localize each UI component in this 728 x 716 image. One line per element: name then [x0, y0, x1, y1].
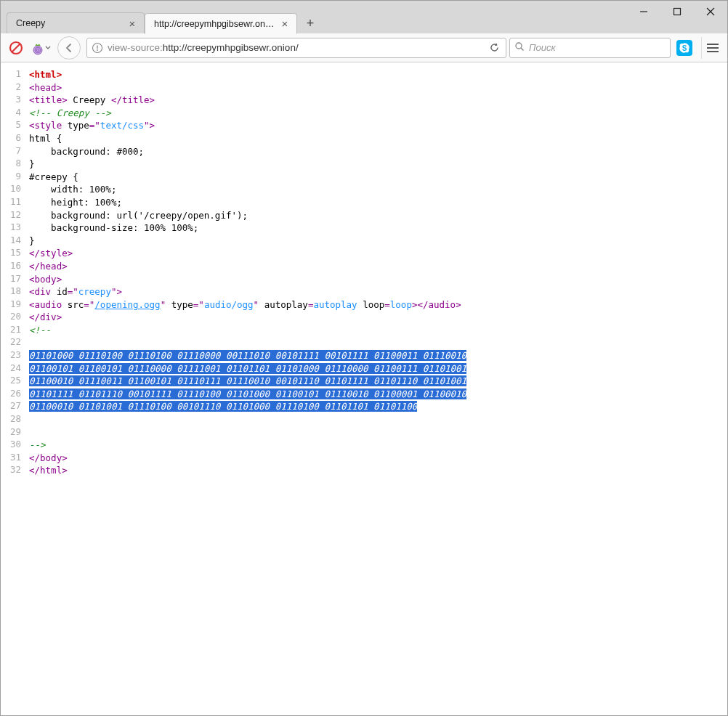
source-line: 21<!--: [4, 324, 467, 337]
line-code[interactable]: background: #000;: [28, 145, 467, 158]
source-line: 12 background: url('/creepy/open.gif');: [4, 209, 467, 222]
line-number: 7: [4, 145, 28, 158]
line-code[interactable]: 01101111 01101110 00101111 01110100 0110…: [28, 388, 467, 401]
line-code[interactable]: <!--: [28, 324, 467, 337]
line-number: 6: [4, 132, 28, 145]
plus-icon: +: [307, 16, 315, 31]
line-code[interactable]: width: 100%;: [28, 183, 467, 196]
menu-button[interactable]: [701, 37, 723, 59]
line-number: 9: [4, 171, 28, 184]
line-code[interactable]: #creepy {: [28, 171, 467, 184]
line-code[interactable]: 01100101 01100101 01110000 01111001 0110…: [28, 362, 467, 375]
source-line: 2401100101 01100101 01110000 01111001 01…: [4, 362, 467, 375]
line-number: 28: [4, 413, 28, 426]
close-window-button[interactable]: [694, 1, 727, 23]
url-bar[interactable]: view-source:http://creepymhpgibsewr.onio…: [86, 38, 506, 58]
line-number: 15: [4, 247, 28, 260]
tab-label: http://creepymhpgibsewr.oni...: [154, 19, 275, 29]
close-tab-icon[interactable]: ×: [126, 17, 138, 29]
line-code[interactable]: -->: [28, 439, 467, 452]
line-code[interactable]: <html>: [28, 68, 467, 81]
tab-view-source[interactable]: http://creepymhpgibsewr.oni... ×: [145, 13, 297, 34]
close-tab-icon[interactable]: ×: [279, 18, 291, 30]
noscript-icon[interactable]: [5, 37, 27, 59]
skype-icon[interactable]: S: [676, 40, 692, 56]
svg-rect-1: [674, 9, 681, 15]
tor-onion-icon[interactable]: [30, 37, 52, 59]
line-number: 8: [4, 158, 28, 171]
source-line: 28: [4, 413, 467, 426]
source-line: 11 height: 100%;: [4, 196, 467, 209]
source-view[interactable]: 1<html>2<head>3<title> Creepy </title>4<…: [1, 62, 727, 715]
line-number: 21: [4, 324, 28, 337]
line-number: 29: [4, 426, 28, 439]
tab-strip: Creepy × http://creepymhpgibsewr.oni... …: [1, 1, 320, 33]
line-number: 2: [4, 81, 28, 94]
source-line: 5<style type="text/css">: [4, 119, 467, 132]
line-code[interactable]: [28, 413, 467, 426]
line-number: 1: [4, 68, 28, 81]
source-line: 8}: [4, 158, 467, 171]
line-code[interactable]: 01101000 01110100 01110100 01110000 0011…: [28, 349, 467, 362]
line-code[interactable]: <div id="creepy">: [28, 285, 467, 298]
line-code[interactable]: 01100010 01110011 01100101 01110111 0111…: [28, 375, 467, 388]
minimize-button[interactable]: [627, 1, 660, 23]
line-number: 22: [4, 336, 28, 349]
line-number: 25: [4, 375, 28, 388]
line-code[interactable]: <body>: [28, 273, 467, 286]
line-code[interactable]: background: url('/creepy/open.gif');: [28, 209, 467, 222]
line-number: 27: [4, 400, 28, 413]
line-code[interactable]: [28, 426, 467, 439]
new-tab-button[interactable]: +: [300, 13, 320, 33]
source-line: 32</html>: [4, 464, 467, 477]
source-line: 4<!-- Creepy -->: [4, 107, 467, 120]
line-number: 14: [4, 235, 28, 248]
line-number: 10: [4, 183, 28, 196]
line-code[interactable]: <title> Creepy </title>: [28, 94, 467, 107]
source-line: 2501100010 01110011 01100101 01110111 01…: [4, 375, 467, 388]
svg-point-11: [97, 49, 98, 51]
line-code[interactable]: html {: [28, 132, 467, 145]
line-code[interactable]: }: [28, 158, 467, 171]
line-code[interactable]: </div>: [28, 311, 467, 324]
tab-creepy[interactable]: Creepy ×: [7, 12, 145, 33]
line-code[interactable]: [28, 336, 467, 349]
source-line: 2301101000 01110100 01110100 01110000 00…: [4, 349, 467, 362]
tab-label: Creepy: [16, 18, 122, 28]
source-line: 14}: [4, 235, 467, 248]
line-code[interactable]: </head>: [28, 260, 467, 273]
search-icon: [514, 41, 525, 54]
line-number: 18: [4, 285, 28, 298]
line-code[interactable]: <!-- Creepy -->: [28, 107, 467, 120]
back-button[interactable]: [57, 36, 81, 60]
line-number: 12: [4, 209, 28, 222]
line-code[interactable]: <head>: [28, 81, 467, 94]
maximize-button[interactable]: [660, 1, 694, 23]
line-code[interactable]: </style>: [28, 247, 467, 260]
line-code[interactable]: 01100010 01101001 01110100 00101110 0110…: [28, 400, 467, 413]
identity-icon[interactable]: [92, 42, 103, 54]
line-number: 20: [4, 311, 28, 324]
source-line: 6html {: [4, 132, 467, 145]
search-placeholder: Поиск: [529, 42, 666, 53]
line-code[interactable]: </body>: [28, 452, 467, 465]
source-line: 29: [4, 426, 467, 439]
line-number: 26: [4, 388, 28, 401]
line-code[interactable]: background-size: 100% 100%;: [28, 221, 467, 235]
line-code[interactable]: </html>: [28, 464, 467, 477]
source-line: 18<div id="creepy">: [4, 285, 467, 298]
line-code[interactable]: height: 100%;: [28, 196, 467, 209]
url-text: view-source:http://creepymhpgibsewr.onio…: [108, 42, 482, 53]
source-line: 1<html>: [4, 68, 467, 81]
line-code[interactable]: <audio src="/opening.ogg" type="audio/og…: [28, 298, 467, 312]
line-number: 23: [4, 349, 28, 362]
search-bar[interactable]: Поиск: [509, 38, 671, 58]
reload-icon[interactable]: [487, 41, 501, 55]
svg-line-13: [521, 48, 524, 51]
line-number: 19: [4, 298, 28, 312]
navigation-toolbar: view-source:http://creepymhpgibsewr.onio…: [1, 33, 727, 62]
source-line: 7 background: #000;: [4, 145, 467, 158]
line-code[interactable]: <style type="text/css">: [28, 119, 467, 132]
source-line: 30-->: [4, 439, 467, 452]
line-code[interactable]: }: [28, 235, 467, 248]
